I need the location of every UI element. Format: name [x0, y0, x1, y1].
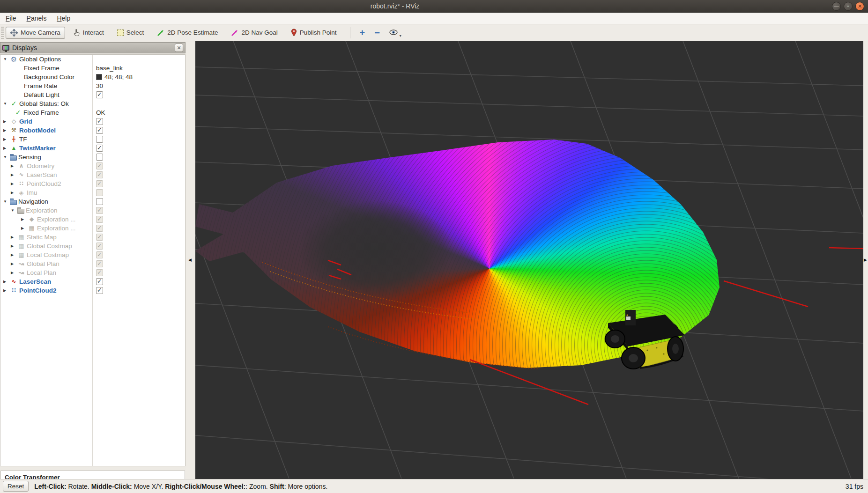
expand-arrow-icon[interactable]: [3, 155, 9, 159]
expand-arrow-icon[interactable]: [3, 288, 9, 293]
collapse-right-icon[interactable]: ▶: [864, 258, 867, 262]
odometry-icon: [17, 162, 25, 169]
reset-button[interactable]: Reset: [3, 481, 29, 492]
expand-arrow-icon[interactable]: [3, 199, 9, 204]
main-area: Displays ✕ Global Options Fixed Frame ba…: [0, 41, 868, 479]
expand-arrow-icon[interactable]: [21, 217, 27, 221]
displays-close-icon[interactable]: ✕: [175, 44, 183, 52]
menu-panels[interactable]: Panels: [27, 15, 47, 22]
tree-row-exploration-map[interactable]: Exploration ...: [0, 224, 185, 233]
interact-button[interactable]: Interact: [69, 27, 109, 39]
tree-row-local-plan[interactable]: Local Plan: [0, 268, 185, 277]
expand-arrow-icon[interactable]: [11, 235, 17, 239]
expand-arrow-icon[interactable]: [11, 271, 17, 275]
tf-checkbox[interactable]: [96, 136, 103, 143]
tree-row-odometry[interactable]: Odometry: [0, 162, 185, 170]
laser-scan-lines: [328, 248, 863, 405]
pose-estimate-button[interactable]: 2D Pose Estimate: [152, 27, 223, 39]
tree-row-laserscan-sensing[interactable]: LaserScan: [0, 170, 185, 179]
expand-arrow-icon[interactable]: [3, 146, 9, 150]
menu-file[interactable]: File: [6, 15, 16, 22]
tree-row-static-map[interactable]: Static Map: [0, 233, 185, 242]
panel-collapse-strip-right[interactable]: ▶: [863, 42, 868, 479]
nav-goal-button[interactable]: 2D Nav Goal: [226, 27, 282, 39]
visibility-eye-button[interactable]: ▾: [385, 29, 402, 37]
tree-row-exploration-marker[interactable]: Exploration ...: [0, 215, 185, 224]
tree-row-navigation[interactable]: Navigation: [0, 197, 185, 206]
default-light-checkbox[interactable]: [96, 91, 103, 98]
expand-arrow-icon[interactable]: [3, 102, 9, 106]
tree-row-robotmodel[interactable]: RobotModel: [0, 126, 185, 135]
panel-splitter-handle[interactable]: [0, 467, 185, 470]
tree-row-fixed-frame[interactable]: Fixed Frame base_link: [0, 64, 185, 73]
frame-rate-value[interactable]: 30: [93, 81, 103, 90]
pointcloud-icon: [17, 180, 25, 187]
tree-row-sensing[interactable]: Sensing: [0, 153, 185, 162]
toolbar-drag-handle[interactable]: [1, 27, 4, 39]
twistmarker-checkbox[interactable]: [96, 145, 103, 152]
expand-arrow-icon[interactable]: [21, 226, 27, 230]
background-color-value[interactable]: 48; 48; 48: [93, 73, 133, 81]
toolbar: Move Camera Interact Select 2D Pose Esti…: [0, 24, 868, 41]
tree-row-imu[interactable]: Imu: [0, 188, 185, 197]
expand-arrow-icon[interactable]: [3, 57, 9, 61]
expand-arrow-icon[interactable]: [3, 280, 9, 284]
3d-viewport[interactable]: [195, 41, 863, 479]
zoom-out-icon[interactable]: −: [370, 27, 385, 38]
robot-icon: [10, 127, 18, 134]
tree-row-status-fixed-frame[interactable]: Fixed Frame OK: [0, 108, 185, 117]
tree-row-background-color[interactable]: Background Color 48; 48; 48: [0, 73, 185, 81]
tree-row-grid[interactable]: Grid: [0, 117, 185, 126]
tree-row-local-costmap[interactable]: Local Costmap: [0, 250, 185, 259]
exploration-marker-checkbox: [96, 216, 103, 223]
minimize-icon[interactable]: —: [832, 2, 841, 11]
publish-point-button[interactable]: Publish Point: [286, 26, 341, 39]
expand-arrow-icon[interactable]: [11, 262, 17, 266]
grid-checkbox[interactable]: [96, 118, 103, 125]
tree-row-pointcloud2[interactable]: PointCloud2: [0, 286, 185, 295]
robotmodel-checkbox[interactable]: [96, 127, 103, 134]
gear-icon: [10, 56, 18, 63]
map-icon: [17, 234, 25, 241]
panel-collapse-strip-left[interactable]: ◀: [186, 42, 195, 479]
expand-arrow-icon[interactable]: [11, 244, 17, 248]
pointcloud2-checkbox[interactable]: [96, 287, 103, 294]
expand-arrow-icon[interactable]: [3, 137, 9, 141]
local-plan-checkbox: [96, 269, 103, 276]
laserscan-checkbox[interactable]: [96, 278, 103, 285]
tree-row-default-light[interactable]: Default Light: [0, 90, 185, 99]
navigation-checkbox[interactable]: [96, 198, 103, 205]
tree-row-twistmarker[interactable]: TwistMarker: [0, 144, 185, 153]
fixed-frame-value[interactable]: base_link: [93, 64, 123, 73]
tree-row-tf[interactable]: TF: [0, 135, 185, 144]
expand-arrow-icon[interactable]: [3, 128, 9, 132]
tree-row-frame-rate[interactable]: Frame Rate 30: [0, 81, 185, 90]
menu-help[interactable]: Help: [57, 15, 70, 22]
sensing-checkbox[interactable]: [96, 154, 103, 161]
expand-arrow-icon[interactable]: [3, 119, 9, 124]
expand-arrow-icon[interactable]: [11, 173, 17, 177]
eye-dropdown-caret: ▾: [400, 34, 401, 38]
path-icon: [17, 260, 25, 267]
close-icon[interactable]: ✕: [855, 2, 864, 11]
maximize-icon[interactable]: ▫: [844, 2, 853, 11]
rviz-window: robot.rviz* - RViz — ▫ ✕ File Panels Hel…: [0, 0, 868, 493]
marker-icon: [10, 145, 18, 152]
expand-arrow-icon[interactable]: [11, 182, 17, 186]
expand-arrow-icon[interactable]: [11, 253, 17, 257]
tree-row-global-options[interactable]: Global Options: [0, 55, 185, 64]
tree-row-laserscan[interactable]: LaserScan: [0, 277, 185, 286]
tree-row-exploration[interactable]: Exploration: [0, 206, 185, 215]
tree-row-pointcloud2-sensing[interactable]: PointCloud2: [0, 179, 185, 188]
fps-counter: 31 fps: [846, 483, 865, 490]
expand-arrow-icon[interactable]: [11, 164, 17, 168]
expand-arrow-icon[interactable]: [11, 208, 17, 213]
select-button[interactable]: Select: [112, 27, 149, 38]
tree-row-global-status[interactable]: Global Status: Ok: [0, 99, 185, 108]
collapse-left-icon[interactable]: ◀: [188, 258, 192, 262]
move-camera-button[interactable]: Move Camera: [6, 27, 65, 39]
tree-row-global-plan[interactable]: Global Plan: [0, 259, 185, 268]
expand-arrow-icon[interactable]: [11, 191, 17, 195]
tree-row-global-costmap[interactable]: Global Costmap: [0, 242, 185, 250]
zoom-in-icon[interactable]: +: [355, 27, 370, 38]
